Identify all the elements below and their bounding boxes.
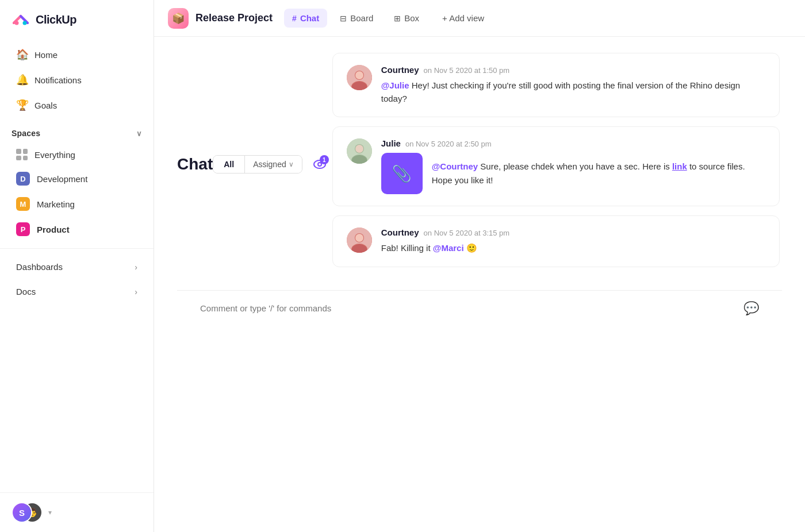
dashboards-chevron-icon: › [135, 263, 137, 272]
spaces-list: Everything D Development M Marketing P P… [0, 142, 154, 242]
sidebar-item-dashboards[interactable]: Dashboards › [5, 256, 149, 278]
logo-text: ClickUp [36, 13, 76, 26]
msg2-text: @Courtney Sure, please chdek when you ha… [432, 160, 765, 187]
hash-icon: # [292, 14, 297, 23]
svg-point-17 [355, 234, 363, 242]
msg3-emoji: 🙂 [466, 243, 477, 253]
msg1-text: @Julie Hey! Just checking if you're stil… [381, 79, 765, 105]
add-view-button[interactable]: + Add view [434, 9, 492, 28]
tab-chat-label: Chat [300, 13, 319, 23]
msg3-body-1: Fab! Killing it [381, 243, 433, 253]
chat-header-controls: All Assigned ∨ 1 [213, 154, 329, 175]
sidebar-item-development-label: Development [37, 174, 87, 184]
svg-point-3 [318, 163, 321, 166]
msg1-time: on Nov 5 2020 at 1:50 pm [424, 66, 510, 75]
marketing-badge: M [16, 197, 30, 211]
tab-box-label: Box [404, 13, 419, 23]
julie-avatar-img [347, 138, 372, 164]
spaces-chevron[interactable]: ∨ [136, 129, 142, 138]
sidebar-item-development[interactable]: D Development [5, 167, 149, 191]
sidebar-nav: 🏠 Home 🔔 Notifications 🏆 Goals [0, 39, 154, 121]
msg2-avatar [347, 138, 372, 164]
docs-chevron-icon: › [135, 287, 137, 296]
msg2-attachment-row: 📎 @Courtney Sure, please chdek when you … [381, 153, 765, 194]
msg2-body-1: Sure, please chdek when you have a sec. … [480, 161, 672, 171]
user-avatars[interactable]: S 👨 [12, 502, 44, 523]
msg3-time: on Nov 5 2020 at 3:15 pm [424, 229, 510, 237]
msg2-author: Julie [381, 138, 401, 148]
msg2-header: Julie on Nov 5 2020 at 2:50 pm [381, 138, 765, 148]
message-card-1: Courtney on Nov 5 2020 at 1:50 pm @Julie… [332, 53, 780, 117]
messages-list: Courtney on Nov 5 2020 at 1:50 pm @Julie… [330, 53, 782, 276]
sidebar-footer: S 👨 ▾ [0, 492, 154, 532]
sidebar-item-home-label: Home [34, 50, 57, 60]
svg-point-0 [15, 21, 19, 25]
msg1-author: Courtney [381, 65, 419, 75]
svg-point-1 [23, 21, 27, 25]
msg2-content: Julie on Nov 5 2020 at 2:50 pm 📎 @Courtn… [381, 138, 765, 194]
filter-assigned-label: Assigned [253, 160, 286, 169]
grid-icon [16, 149, 28, 160]
svg-point-12 [355, 145, 363, 153]
tab-board[interactable]: ⊟ Board [332, 9, 381, 28]
home-icon: 🏠 [16, 48, 28, 61]
tab-board-label: Board [350, 13, 373, 23]
sidebar-item-everything[interactable]: Everything [5, 144, 149, 165]
attachment-thumb: 📎 [381, 153, 423, 194]
comment-input[interactable] [200, 303, 743, 313]
msg2-link[interactable]: link [672, 161, 687, 171]
chat-header: Chat All Assigned ∨ 1 [177, 53, 782, 276]
svg-point-7 [355, 71, 363, 79]
sidebar-divider [0, 248, 154, 249]
chat-title: Chat [177, 155, 213, 174]
msg1-header: Courtney on Nov 5 2020 at 1:50 pm [381, 65, 765, 75]
sidebar-item-docs[interactable]: Docs › [5, 280, 149, 303]
msg1-avatar [347, 65, 372, 90]
project-title: Release Project [195, 12, 273, 24]
main-content: 📦 Release Project # Chat ⊟ Board ⊞ Box +… [154, 0, 805, 532]
sidebar-item-notifications-label: Notifications [34, 75, 82, 85]
assigned-chevron-icon: ∨ [289, 160, 294, 168]
sidebar-item-home[interactable]: 🏠 Home [5, 43, 149, 67]
sidebar-item-notifications[interactable]: 🔔 Notifications [5, 68, 149, 92]
spaces-label: Spaces [12, 129, 40, 138]
logo-area: ClickUp [0, 0, 154, 39]
sidebar-item-product-label: Product [37, 225, 70, 234]
comment-bar: 💬 [177, 290, 782, 326]
msg3-header: Courtney on Nov 5 2020 at 3:15 pm [381, 228, 765, 237]
msg3-content: Courtney on Nov 5 2020 at 3:15 pm Fab! K… [381, 228, 765, 255]
tab-box[interactable]: ⊞ Box [386, 9, 427, 28]
clickup-logo-icon [12, 10, 30, 29]
chat-bubble-icon: 💬 [743, 301, 759, 316]
courtney2-avatar-img [347, 228, 372, 253]
topbar: 📦 Release Project # Chat ⊟ Board ⊞ Box +… [154, 0, 805, 37]
product-badge: P [16, 222, 30, 236]
tab-chat[interactable]: # Chat [284, 9, 327, 28]
chat-area: Chat All Assigned ∨ 1 [154, 37, 805, 532]
sidebar-item-marketing-label: Marketing [37, 199, 75, 209]
msg2-mention-courtney: @Courtney [432, 161, 478, 171]
watch-badge: 1 [320, 155, 329, 164]
msg1-mention-julie: @Julie [381, 80, 409, 90]
sidebar-item-goals[interactable]: 🏆 Goals [5, 93, 149, 117]
board-icon: ⊟ [340, 14, 347, 23]
msg3-avatar [347, 228, 372, 253]
paperclip-icon: 📎 [392, 164, 412, 183]
msg3-author: Courtney [381, 228, 419, 237]
msg2-time: on Nov 5 2020 at 2:50 pm [405, 140, 492, 148]
dashboards-label: Dashboards [16, 262, 63, 272]
add-view-label: + Add view [442, 13, 484, 23]
sidebar-item-marketing[interactable]: M Marketing [5, 192, 149, 216]
project-icon: 📦 [168, 8, 189, 29]
msg1-body: Hey! Just checking if you're still good … [381, 80, 741, 103]
watch-button[interactable]: 1 [309, 154, 330, 175]
courtney-avatar-img [347, 65, 372, 90]
sidebar-item-product[interactable]: P Product [5, 217, 149, 241]
box-icon: ⊞ [394, 14, 401, 23]
filter-all-button[interactable]: All [213, 156, 245, 173]
footer-chevron-icon[interactable]: ▾ [48, 508, 52, 516]
filter-assigned-button[interactable]: Assigned ∨ [245, 156, 302, 173]
msg1-content: Courtney on Nov 5 2020 at 1:50 pm @Julie… [381, 65, 765, 105]
filter-group: All Assigned ∨ [213, 155, 302, 174]
docs-label: Docs [16, 287, 36, 296]
